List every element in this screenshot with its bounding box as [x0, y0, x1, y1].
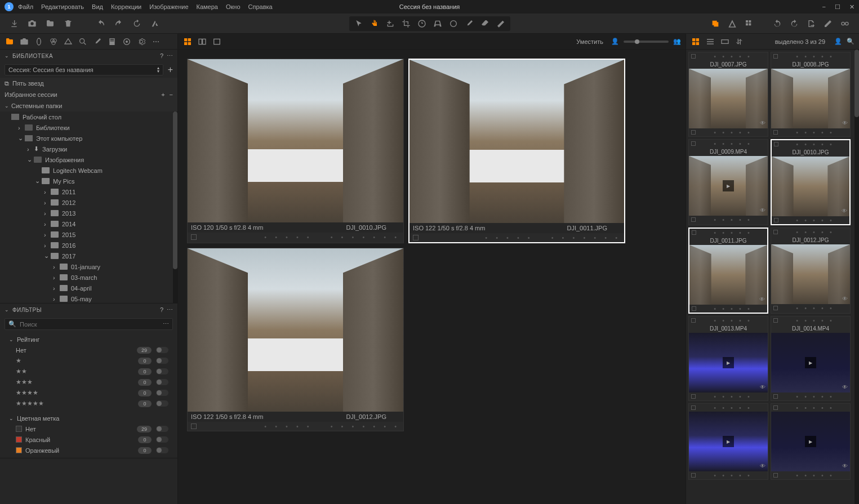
- spot-icon[interactable]: [448, 19, 459, 29]
- eraser-icon[interactable]: [480, 19, 490, 29]
- close-button[interactable]: ✕: [849, 3, 854, 11]
- tab-metadata-icon[interactable]: [107, 37, 117, 47]
- browser-grid-icon[interactable]: [691, 37, 701, 47]
- tab-library-icon[interactable]: [5, 37, 15, 47]
- more-icon[interactable]: ⋯: [167, 306, 173, 314]
- library-header[interactable]: ⌄ БИБЛИОТЕКА ?⋯: [0, 50, 177, 62]
- glasses-icon[interactable]: [840, 19, 850, 29]
- menu-help[interactable]: Справка: [248, 3, 273, 10]
- tree-year[interactable]: 2015: [0, 229, 177, 240]
- camera-icon[interactable]: [27, 19, 37, 29]
- thumb-scrollbar[interactable]: [854, 50, 859, 504]
- loupe-icon[interactable]: [385, 19, 395, 29]
- trash-icon[interactable]: [63, 19, 73, 29]
- thumbnail[interactable]: • • • • • ▶ 👁 • • • • •: [771, 403, 851, 480]
- rating-2[interactable]: ★★0: [0, 366, 177, 377]
- thumbnail[interactable]: • • • • • DJI_0010.JPG 👁 • • • • •: [771, 139, 851, 225]
- hand-icon[interactable]: [370, 19, 380, 29]
- help-icon[interactable]: ?: [160, 52, 163, 60]
- thumbnail[interactable]: • • • • • DJI_0009.MP4 ▶ 👁 • • • • •: [688, 139, 768, 225]
- preview-rating-bar[interactable]: • • • • •• • • • • • •: [410, 233, 624, 242]
- menu-edit[interactable]: Редактировать: [41, 3, 84, 10]
- remove-favorite-icon[interactable]: −: [170, 91, 173, 98]
- tree-this-pc[interactable]: Этот компьютер: [0, 133, 177, 144]
- rotate-right-icon[interactable]: [789, 19, 799, 29]
- rating-filter-header[interactable]: Рейтинг: [0, 334, 177, 345]
- tab-details-icon[interactable]: [78, 37, 88, 47]
- color-red[interactable]: Красный0: [0, 434, 177, 445]
- rotate-left-icon[interactable]: [772, 19, 782, 29]
- preview-rating-bar[interactable]: • • • • •• • • • • • •: [188, 233, 403, 242]
- auto-adjust-icon[interactable]: [150, 19, 160, 29]
- menu-file[interactable]: Файл: [18, 3, 33, 10]
- tree-month[interactable]: 01-january: [0, 261, 177, 272]
- menu-adjustments[interactable]: Коррекции: [111, 3, 141, 10]
- menu-image[interactable]: Изображение: [149, 3, 188, 10]
- crop-icon[interactable]: [401, 19, 411, 29]
- rotate-icon[interactable]: [132, 19, 142, 29]
- preview-card[interactable]: ISO 122 1/50 s f/2.8 4 mmDJI_0012.JPG • …: [187, 248, 404, 431]
- pointer-icon[interactable]: [354, 19, 364, 29]
- thumbnail[interactable]: • • • • • DJI_0007.JPG 👁 • • • • •: [688, 52, 768, 137]
- tree-year[interactable]: 2017: [0, 251, 177, 261]
- thumbnail[interactable]: • • • • • DJI_0012.JPG 👁 • • • • •: [771, 228, 851, 314]
- tab-batch-icon[interactable]: [151, 37, 161, 47]
- rating-3[interactable]: ★★★0: [0, 377, 177, 387]
- five-stars-row[interactable]: ⧉Пять звезд: [0, 78, 177, 89]
- tree-year[interactable]: 2013: [0, 208, 177, 218]
- straighten-icon[interactable]: [417, 19, 427, 29]
- preview-rating-bar[interactable]: • • • • •• • • • • • •: [188, 422, 403, 431]
- maximize-button[interactable]: ☐: [835, 3, 840, 11]
- thumbnail[interactable]: • • • • • DJI_0013.MP4 ▶ 👁 • • • • •: [688, 316, 768, 401]
- thumbnail[interactable]: • • • • • DJI_0011.JPG 👁 • • • • •: [688, 228, 768, 314]
- tab-lens-icon[interactable]: [34, 37, 44, 47]
- session-selector[interactable]: Сессия: Сессия без названия ▴▾: [5, 64, 163, 75]
- color-none[interactable]: Нет29: [0, 423, 177, 434]
- favorites-row[interactable]: Избранное сессии +−: [0, 89, 177, 100]
- search-options-icon[interactable]: ⋯: [163, 320, 169, 328]
- filters-header[interactable]: ⌄ ФИЛЬТРЫ ?⋯: [0, 304, 177, 316]
- help-icon[interactable]: ?: [160, 306, 163, 314]
- view-single-icon[interactable]: [212, 37, 222, 47]
- folder-icon[interactable]: [45, 19, 55, 29]
- tree-year[interactable]: 2012: [0, 197, 177, 208]
- minimize-button[interactable]: −: [822, 3, 826, 11]
- tab-exposure-icon[interactable]: [63, 37, 73, 47]
- color-orange[interactable]: Оранжевый0: [0, 445, 177, 456]
- preview-card[interactable]: ISO 120 1/50 s f/2.8 4 mmDJI_0010.JPG • …: [187, 59, 404, 243]
- thumbnail[interactable]: • • • • • DJI_0014.MP4 ▶ 👁 • • • • •: [771, 316, 851, 401]
- brush-icon[interactable]: [464, 19, 474, 29]
- zoom-slider[interactable]: [624, 41, 669, 43]
- edit-icon[interactable]: [823, 19, 833, 29]
- rating-none[interactable]: Нет29: [0, 345, 177, 355]
- search-icon[interactable]: 🔍: [847, 38, 854, 45]
- menu-window[interactable]: Окно: [226, 3, 241, 10]
- zoom-label[interactable]: Уместить: [576, 38, 603, 45]
- sort-icon[interactable]: [735, 37, 745, 47]
- tree-month[interactable]: 05-may: [0, 293, 177, 303]
- add-session-icon[interactable]: +: [168, 65, 173, 75]
- user-icon[interactable]: 👤: [834, 38, 842, 45]
- view-grid-icon[interactable]: [183, 37, 193, 47]
- menu-view[interactable]: Вид: [92, 3, 103, 10]
- grid-icon[interactable]: [744, 19, 754, 29]
- add-favorite-icon[interactable]: +: [161, 91, 164, 98]
- rating-4[interactable]: ★★★★0: [0, 387, 177, 398]
- system-folders-row[interactable]: ⌄Системные папки: [0, 100, 177, 111]
- browser-list-icon[interactable]: [705, 37, 715, 47]
- tab-capture-icon[interactable]: [19, 37, 29, 47]
- export-icon[interactable]: [806, 19, 816, 29]
- preview-card[interactable]: ISO 122 1/50 s f/2.8 4 mmDJI_0011.JPG • …: [408, 59, 625, 243]
- tab-color-icon[interactable]: [48, 37, 59, 47]
- undo-icon[interactable]: [96, 19, 106, 29]
- browser-filmstrip-icon[interactable]: [720, 37, 730, 47]
- tree-year[interactable]: 2011: [0, 186, 177, 197]
- tree-mypics[interactable]: My Pics: [0, 176, 177, 186]
- tree-webcam[interactable]: Logitech Webcam: [0, 165, 177, 176]
- more-icon[interactable]: ⋯: [167, 52, 173, 60]
- tree-year[interactable]: 2016: [0, 240, 177, 251]
- rating-5[interactable]: ★★★★★0: [0, 398, 177, 409]
- thumbnail[interactable]: • • • • • ▶ 👁 • • • • •: [688, 403, 768, 480]
- user-icon[interactable]: 👤: [611, 38, 619, 45]
- copy-adjustments-icon[interactable]: [710, 19, 720, 29]
